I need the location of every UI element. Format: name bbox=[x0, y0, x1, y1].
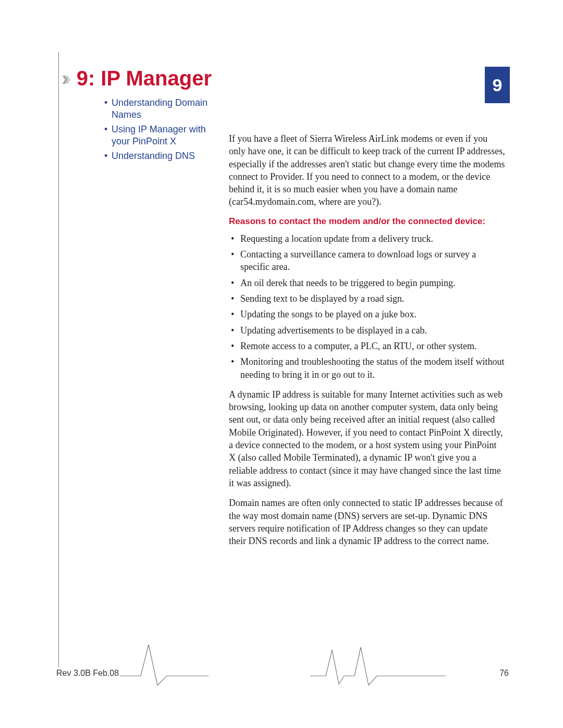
footer-page-number: 76 bbox=[499, 669, 509, 678]
list-text: An oil derek that needs to be triggered … bbox=[240, 277, 455, 289]
chapter-toc: • Understanding Domain Names • Using IP … bbox=[104, 97, 224, 165]
section-subhead: Reasons to contact the modem and/or the … bbox=[229, 216, 505, 227]
bullet-icon: • bbox=[229, 340, 240, 352]
list-item: •Monitoring and troubleshooting the stat… bbox=[229, 355, 505, 381]
list-item: •Updating the songs to be played on a ju… bbox=[229, 308, 505, 320]
bullet-icon: • bbox=[104, 150, 112, 162]
list-text: Requesting a location update from a deli… bbox=[240, 232, 433, 245]
list-item: •Remote access to a computer, a PLC, an … bbox=[229, 340, 505, 352]
paragraph: A dynamic IP address is suitable for man… bbox=[229, 388, 505, 489]
list-item: •Sending text to be displayed by a road … bbox=[229, 292, 505, 305]
chevron-right-icon: ›› bbox=[62, 67, 67, 90]
margin-rule bbox=[58, 52, 59, 667]
paragraph: Domain names are often only connected to… bbox=[229, 497, 505, 547]
bullet-icon: • bbox=[229, 248, 240, 261]
bullet-icon: • bbox=[229, 277, 240, 289]
body-text: If you have a fleet of Sierra Wireless A… bbox=[229, 132, 505, 554]
chapter-badge: 9 bbox=[485, 67, 510, 103]
toc-link[interactable]: Understanding DNS bbox=[112, 150, 195, 162]
intro-paragraph: If you have a fleet of Sierra Wireless A… bbox=[229, 132, 505, 208]
ekg-decoration-right bbox=[310, 639, 446, 686]
bullet-icon: • bbox=[104, 124, 112, 135]
ekg-decoration-left bbox=[120, 639, 209, 686]
list-text: Updating the songs to be played on a juk… bbox=[240, 308, 417, 320]
bullet-icon: • bbox=[229, 324, 240, 337]
bullet-icon: • bbox=[229, 355, 240, 368]
list-text: Sending text to be displayed by a road s… bbox=[240, 292, 404, 305]
list-item: •Contacting a surveillance camera to dow… bbox=[229, 248, 505, 274]
page: 9 ›› 9: IP Manager • Understanding Domai… bbox=[0, 0, 563, 728]
list-text: Updating advertisements to be displayed … bbox=[240, 324, 427, 337]
list-item: •Updating advertisements to be displayed… bbox=[229, 324, 505, 337]
reasons-list: •Requesting a location update from a del… bbox=[229, 232, 505, 381]
list-text: Remote access to a computer, a PLC, an R… bbox=[240, 340, 477, 352]
list-item: •Requesting a location update from a del… bbox=[229, 232, 505, 245]
bullet-icon: • bbox=[229, 232, 240, 245]
bullet-icon: • bbox=[104, 97, 112, 109]
bullet-icon: • bbox=[229, 292, 240, 305]
footer-revision: Rev 3.0B Feb.08 bbox=[56, 669, 119, 678]
chapter-number: 9 bbox=[493, 75, 503, 95]
list-item: •An oil derek that needs to be triggered… bbox=[229, 277, 505, 289]
toc-item[interactable]: • Using IP Manager with your PinPoint X bbox=[104, 124, 224, 147]
list-text: Contacting a surveillance camera to down… bbox=[240, 248, 505, 274]
toc-item[interactable]: • Understanding DNS bbox=[104, 150, 224, 162]
toc-item[interactable]: • Understanding Domain Names bbox=[104, 97, 224, 120]
bullet-icon: • bbox=[229, 308, 240, 320]
toc-link[interactable]: Understanding Domain Names bbox=[112, 97, 224, 120]
chapter-title: 9: IP Manager bbox=[77, 67, 212, 90]
list-text: Monitoring and troubleshooting the statu… bbox=[240, 355, 505, 381]
toc-link[interactable]: Using IP Manager with your PinPoint X bbox=[112, 124, 224, 147]
chapter-title-row: ›› 9: IP Manager bbox=[62, 67, 212, 90]
